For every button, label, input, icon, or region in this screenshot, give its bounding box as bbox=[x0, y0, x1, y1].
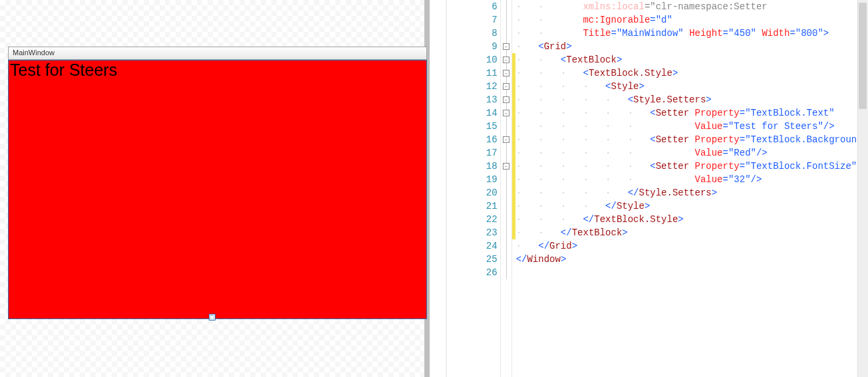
code-line[interactable]: · · · · · · <Setter Property="TextBlock.… bbox=[516, 133, 868, 146]
line-number: 9 bbox=[476, 40, 500, 53]
code-line[interactable]: · · · · <Style> bbox=[516, 80, 868, 93]
window-preview[interactable]: MainWindow Test for Steers bbox=[8, 47, 427, 319]
line-number: 13 bbox=[476, 93, 500, 106]
window-titlebar: MainWindow bbox=[8, 47, 427, 60]
fold-toggle[interactable]: - bbox=[503, 57, 509, 63]
line-number: 26 bbox=[476, 266, 500, 279]
line-number: 22 bbox=[476, 213, 500, 226]
code-line[interactable]: · · · </TextBlock.Style> bbox=[516, 213, 868, 226]
code-line[interactable]: · · · · </Style> bbox=[516, 199, 868, 213]
fold-toggle[interactable]: - bbox=[503, 136, 509, 143]
code-text-area[interactable]: · · xmlns:local="clr-namespace:Setter· ·… bbox=[516, 0, 868, 377]
editor-scrollbar[interactable] bbox=[857, 0, 868, 377]
line-number: 8 bbox=[476, 27, 500, 40]
line-number: 21 bbox=[476, 199, 500, 213]
code-line[interactable]: · · · · · <Style.Setters> bbox=[516, 93, 868, 106]
code-line[interactable]: · · Title="MainWindow" Height="450" Widt… bbox=[516, 27, 868, 40]
resize-handle-bottom[interactable]: □ bbox=[209, 314, 216, 320]
code-line[interactable]: · · · · · · <Setter Property="TextBlock.… bbox=[516, 106, 868, 120]
code-line[interactable] bbox=[516, 266, 868, 279]
line-number: 10 bbox=[476, 53, 500, 66]
line-number-gutter: 67891011121314151617181920212223242526 bbox=[476, 0, 500, 377]
line-number: 17 bbox=[476, 146, 500, 160]
line-number: 23 bbox=[476, 226, 500, 239]
designer-pane[interactable]: MainWindow Test for Steers □ bbox=[0, 0, 430, 377]
editor-scrollbar-thumb[interactable] bbox=[859, 3, 867, 109]
gutter-spacer bbox=[447, 0, 476, 377]
fold-toggle[interactable]: - bbox=[503, 83, 509, 90]
line-number: 25 bbox=[476, 253, 500, 266]
line-number: 11 bbox=[476, 66, 500, 80]
line-number: 19 bbox=[476, 173, 500, 186]
code-line[interactable]: · · · · · · Value="Test for Steers"/> bbox=[516, 120, 868, 133]
change-marker bbox=[512, 53, 515, 239]
window-client-area[interactable]: Test for Steers bbox=[8, 60, 427, 319]
code-line[interactable]: · · · · · · Value="Red"/> bbox=[516, 146, 868, 160]
line-number: 20 bbox=[476, 186, 500, 199]
code-line[interactable]: · · · · · </Style.Setters> bbox=[516, 186, 868, 199]
fold-toggle[interactable]: - bbox=[503, 70, 509, 76]
line-number: 16 bbox=[476, 133, 500, 146]
line-number: 24 bbox=[476, 239, 500, 253]
textblock-preview[interactable]: Test for Steers bbox=[9, 61, 426, 80]
code-line[interactable]: · · · · · · Value="32"/> bbox=[516, 173, 868, 186]
code-line[interactable]: · · · <TextBlock.Style> bbox=[516, 66, 868, 80]
code-line[interactable]: · · <TextBlock> bbox=[516, 53, 868, 66]
line-number: 6 bbox=[476, 0, 500, 13]
line-number: 14 bbox=[476, 106, 500, 120]
line-number: 15 bbox=[476, 120, 500, 133]
code-line[interactable]: · <Grid> bbox=[516, 40, 868, 53]
code-line[interactable]: · · xmlns:local="clr-namespace:Setter bbox=[516, 0, 868, 13]
line-number: 7 bbox=[476, 13, 500, 27]
code-line[interactable]: </Window> bbox=[516, 253, 868, 266]
fold-toggle[interactable]: - bbox=[503, 96, 509, 103]
fold-gutter[interactable]: -------- bbox=[500, 0, 512, 377]
fold-toggle[interactable]: - bbox=[503, 110, 509, 116]
fold-toggle[interactable]: - bbox=[503, 43, 509, 50]
code-line[interactable]: · · · · · · <Setter Property="TextBlock.… bbox=[516, 160, 868, 173]
line-number: 18 bbox=[476, 160, 500, 173]
code-line[interactable]: · · mc:Ignorable="d" bbox=[516, 13, 868, 27]
code-editor-pane[interactable]: 67891011121314151617181920212223242526 -… bbox=[447, 0, 868, 377]
line-number: 12 bbox=[476, 80, 500, 93]
window-title-text: MainWindow bbox=[13, 49, 55, 57]
code-line[interactable]: · </Grid> bbox=[516, 239, 868, 253]
code-line[interactable]: · · </TextBlock> bbox=[516, 226, 868, 239]
fold-toggle[interactable]: - bbox=[503, 163, 509, 170]
